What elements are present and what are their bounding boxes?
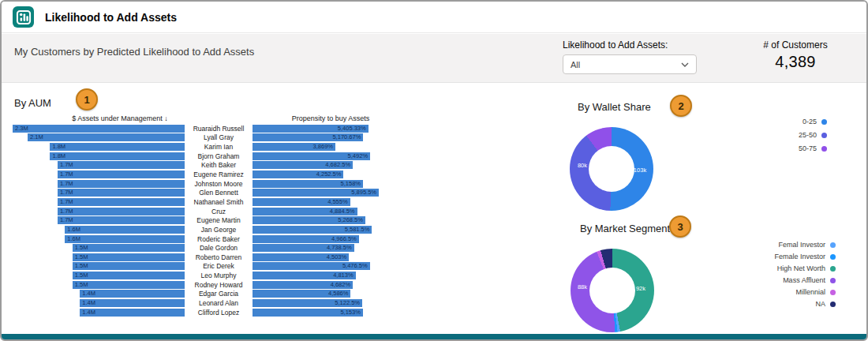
legend-label: Femal Investor <box>778 241 825 249</box>
aum-bar-cell: 1.6M <box>13 235 185 243</box>
legend-label: 25-50 <box>799 131 817 139</box>
legend-item[interactable]: 25-50 <box>799 131 827 139</box>
propensity-bar[interactable]: 4,586% <box>253 290 350 298</box>
dashboard-subtitle: My Customers by Predicted Likelihood to … <box>14 46 254 58</box>
propensity-bar[interactable]: 5,153% <box>253 309 363 317</box>
customers-kpi: # of Customers 4,389 <box>750 39 841 71</box>
propensity-bar[interactable]: 4,682.5% <box>253 161 353 169</box>
customer-name: Clifford Lopez <box>185 309 253 317</box>
aum-bar[interactable]: 1.5M <box>73 244 185 252</box>
aum-bar-cell: 1.8M <box>13 152 185 160</box>
propensity-bar[interactable]: 4,966.5% <box>253 235 359 243</box>
propensity-bar-cell: 4,966.5% <box>253 235 379 243</box>
propensity-value-label: 4,555% <box>327 198 350 206</box>
legend-item[interactable]: NA <box>774 300 836 308</box>
propensity-bar[interactable]: 5,268.5% <box>253 216 365 224</box>
customer-name: Roberto Darren <box>185 253 253 261</box>
propensity-value-label: 4,884.5% <box>330 208 357 215</box>
propensity-bar[interactable]: 3,869% <box>253 143 335 151</box>
customer-name: Cruz <box>185 208 253 215</box>
wallet-share-legend: 0-2525-5050-75 <box>799 118 827 158</box>
market-segment-donut[interactable]: 88k 92k <box>571 249 654 332</box>
propensity-value-label: 5,153% <box>340 309 362 317</box>
legend-item[interactable]: Femal Investor <box>774 241 836 249</box>
aum-value-label: 1.6M <box>65 226 80 234</box>
aum-bar[interactable]: 1.5M <box>73 262 185 270</box>
aum-row: 1.5MRodney Howard4,682% <box>13 280 379 290</box>
propensity-bar-cell: 5,268.5% <box>253 216 379 224</box>
aum-bar[interactable]: 1.5M <box>73 253 185 261</box>
propensity-bar[interactable]: 4,738.5% <box>253 244 354 252</box>
legend-label: NA <box>815 300 825 308</box>
aum-bar[interactable]: 1.7M <box>58 208 185 215</box>
legend-item[interactable]: Mass Affluent <box>774 276 836 284</box>
legend-item[interactable]: 0-25 <box>799 118 827 126</box>
dashboard-window: Likelihood to Add Assets My Customers by… <box>0 0 868 341</box>
aum-bar[interactable]: 1.4M <box>80 290 185 298</box>
aum-value-label: 1.7M <box>58 198 73 206</box>
likelihood-filter-select[interactable]: All <box>563 54 697 74</box>
propensity-bar[interactable]: 4,252.5% <box>253 170 343 178</box>
propensity-bar[interactable]: 5,405.33% <box>253 125 369 133</box>
aum-bar[interactable]: 1.7M <box>58 198 185 206</box>
propensity-bar[interactable]: 4,555% <box>253 198 350 206</box>
donut-hole <box>589 268 635 313</box>
footer-accent-bar <box>2 334 866 339</box>
aum-value-label: 2.1M <box>28 133 43 141</box>
propensity-bar[interactable]: 5,476.5% <box>253 262 370 270</box>
analytics-app-icon[interactable] <box>13 6 34 28</box>
aum-bar-cell: 1.7M <box>13 170 185 178</box>
propensity-bar[interactable]: 5,492% <box>253 152 370 160</box>
aum-column-header[interactable]: $ Assets under Management ↓ <box>45 114 195 122</box>
propensity-column-header[interactable]: Propensity to buy Assets <box>268 114 393 122</box>
aum-bar[interactable]: 1.7M <box>58 189 185 197</box>
propensity-bar[interactable]: 5,122.5% <box>253 299 362 307</box>
aum-bar[interactable]: 2.1M <box>28 133 185 141</box>
aum-row: 1.7MEugene Martin5,268.5% <box>13 215 379 225</box>
aum-bar[interactable]: 1.7M <box>58 161 185 169</box>
segment-value-label: 92k <box>636 285 645 292</box>
customer-name: Rodney Howard <box>185 281 253 289</box>
aum-bar[interactable]: 1.8M <box>50 143 185 151</box>
wallet-share-donut[interactable]: 80k 103k <box>570 127 653 211</box>
propensity-bar[interactable]: 5,158% <box>253 180 363 188</box>
aum-value-label: 1.7M <box>58 216 73 224</box>
aum-bar-cell: 1.7M <box>13 198 185 206</box>
propensity-bar[interactable]: 5,895.5% <box>253 189 379 197</box>
legend-item[interactable]: 50-75 <box>799 144 827 152</box>
propensity-bar[interactable]: 4,503% <box>253 253 349 261</box>
customer-name: Karim Ian <box>185 143 253 151</box>
legend-item[interactable]: High Net Worth <box>774 264 836 272</box>
aum-row: 1.5MEric Derek5,476.5% <box>13 262 379 272</box>
aum-bar[interactable]: 1.8M <box>50 152 185 160</box>
aum-bar[interactable]: 1.6M <box>65 226 185 234</box>
propensity-bar[interactable]: 4,884.5% <box>253 208 357 215</box>
aum-bar[interactable]: 1.4M <box>80 309 185 317</box>
legend-item[interactable]: Millennial <box>774 288 836 296</box>
market-segment-legend: Femal InvestorFemale InvestorHigh Net Wo… <box>774 241 836 312</box>
customer-name: Leo Murphy <box>185 272 253 279</box>
aum-bar[interactable]: 1.6M <box>65 235 185 243</box>
aum-section-title: By AUM <box>14 97 51 109</box>
segment-value-label: 80k <box>578 162 587 169</box>
aum-bar[interactable]: 2.3M <box>13 125 185 133</box>
aum-bar[interactable]: 1.7M <box>58 170 185 178</box>
aum-bar[interactable]: 1.5M <box>73 281 185 289</box>
aum-value-label: 1.7M <box>58 208 73 215</box>
propensity-bar[interactable]: 5,170.67% <box>253 133 363 141</box>
dashboard-toolbar: My Customers by Predicted Likelihood to … <box>2 34 866 83</box>
aum-bar[interactable]: 1.7M <box>58 180 185 188</box>
propensity-bar-cell: 4,884.5% <box>253 208 379 215</box>
propensity-bar[interactable]: 5,581.5% <box>253 226 372 234</box>
propensity-bar[interactable]: 4,813% <box>253 272 356 279</box>
legend-item[interactable]: Female Investor <box>774 253 836 260</box>
customer-name: Johnston Moore <box>185 180 253 188</box>
aum-row: 1.7MEugene Ramirez4,252.5% <box>13 170 379 179</box>
propensity-bar-cell: 5,170.67% <box>253 133 379 141</box>
propensity-value-label: 5,581.5% <box>345 226 372 234</box>
propensity-bar[interactable]: 4,682% <box>253 281 353 289</box>
propensity-bar-cell: 5,581.5% <box>253 226 379 234</box>
aum-bar[interactable]: 1.7M <box>58 216 185 224</box>
aum-bar[interactable]: 1.5M <box>73 272 185 279</box>
aum-bar[interactable]: 1.4M <box>80 299 185 307</box>
